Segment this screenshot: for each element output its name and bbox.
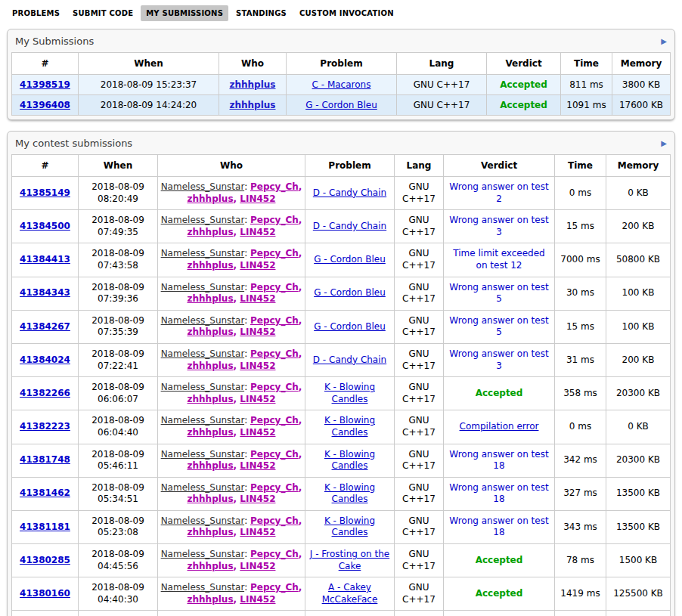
- cell-id: 41382223: [12, 410, 79, 444]
- problem-link[interactable]: K - Blowing Candles: [324, 415, 375, 438]
- member-handle-link[interactable]: Pepcy_Ch: [250, 582, 299, 593]
- member-handle-link[interactable]: zhhhplus: [188, 293, 234, 304]
- cell-memory: 100 KB: [606, 277, 671, 310]
- expand-arrow-icon[interactable]: ▶: [661, 140, 667, 147]
- problem-link[interactable]: K - Blowing Candles: [324, 449, 375, 472]
- problem-link[interactable]: J - Frosting on the Cake: [310, 549, 389, 571]
- submission-id-link[interactable]: 41381462: [20, 488, 70, 498]
- colon-separator: :: [244, 382, 250, 392]
- member-handle-link[interactable]: zhhhplus: [188, 460, 234, 471]
- team-link[interactable]: Nameless_Sunstar: [161, 348, 244, 359]
- submission-id-link[interactable]: 41384267: [20, 321, 70, 332]
- problem-link[interactable]: G - Cordon Bleu: [314, 254, 386, 265]
- problem-link[interactable]: G - Cordon Bleu: [314, 321, 386, 332]
- member-handle-link[interactable]: Pepcy_Ch: [250, 415, 299, 426]
- member-handle-link[interactable]: Pepcy_Ch: [250, 315, 299, 326]
- problem-link[interactable]: D - Candy Chain: [313, 187, 386, 198]
- problem-link[interactable]: G - Cordon Bleu: [305, 100, 377, 110]
- submission-id-link[interactable]: 41384413: [20, 254, 70, 265]
- member-handle-link[interactable]: LIN452: [240, 361, 275, 371]
- submission-id-link[interactable]: 41382266: [20, 388, 70, 398]
- member-handle-link[interactable]: zhhhplus: [188, 427, 234, 438]
- member-handle-link[interactable]: LIN452: [240, 527, 275, 537]
- team-link[interactable]: Nameless_Sunstar: [161, 248, 244, 258]
- when-text: 2018-08-09 07:43:58: [91, 248, 144, 271]
- member-handle-link[interactable]: Pepcy_Ch: [250, 282, 299, 293]
- member-handle-link[interactable]: zhhhplus: [188, 527, 234, 537]
- problem-link[interactable]: K - Blowing Candles: [324, 515, 375, 538]
- member-handle-link[interactable]: LIN452: [240, 193, 275, 204]
- team-link[interactable]: Nameless_Sunstar: [161, 382, 244, 392]
- member-handle-link[interactable]: Pepcy_Ch: [250, 449, 299, 460]
- user-handle-link[interactable]: zhhhplus: [229, 100, 275, 110]
- member-handle-link[interactable]: zhhhplus: [188, 361, 234, 371]
- member-handle-link[interactable]: LIN452: [240, 260, 275, 271]
- member-handle-link[interactable]: LIN452: [240, 594, 275, 605]
- team-link[interactable]: Nameless_Sunstar: [161, 215, 244, 225]
- member-handle-link[interactable]: LIN452: [240, 327, 275, 337]
- team-link[interactable]: Nameless_Sunstar: [161, 515, 244, 526]
- submission-id-link[interactable]: 41380160: [20, 588, 70, 599]
- member-handle-link[interactable]: LIN452: [240, 427, 275, 438]
- member-handle-link[interactable]: LIN452: [240, 394, 275, 404]
- tab-my-submissions[interactable]: MY SUBMISSIONS: [141, 5, 228, 21]
- user-handle-link[interactable]: zhhhplus: [229, 79, 275, 90]
- tab-standings[interactable]: STANDINGS: [231, 5, 292, 21]
- time-text: 342 ms: [563, 454, 597, 465]
- team-link[interactable]: Nameless_Sunstar: [161, 315, 244, 326]
- member-handle-link[interactable]: LIN452: [240, 460, 275, 471]
- member-handle-link[interactable]: LIN452: [240, 561, 275, 571]
- tab-custom-invocation[interactable]: CUSTOM INVOCATION: [294, 5, 399, 21]
- team-link[interactable]: Nameless_Sunstar: [161, 582, 244, 593]
- submission-id-link[interactable]: 41384024: [20, 354, 70, 365]
- tab-problems[interactable]: PROBLEMS: [7, 5, 65, 21]
- member-handle-link[interactable]: LIN452: [240, 227, 275, 237]
- problem-link[interactable]: D - Candy Chain: [313, 354, 386, 365]
- verdict-link[interactable]: Compilation error: [460, 421, 539, 432]
- member-handle-link[interactable]: zhhhplus: [188, 193, 234, 204]
- problem-link[interactable]: D - Candy Chain: [313, 221, 386, 231]
- team-link[interactable]: Nameless_Sunstar: [161, 181, 244, 192]
- member-handle-link[interactable]: Pepcy_Ch: [250, 248, 299, 258]
- team-link[interactable]: Nameless_Sunstar: [161, 415, 244, 426]
- team-link[interactable]: Nameless_Sunstar: [161, 449, 244, 460]
- contest_submissions-tbody: 413851492018-08-09 08:20:49Nameless_Suns…: [12, 177, 671, 616]
- problem-link[interactable]: C - Macarons: [312, 79, 371, 90]
- problem-link[interactable]: G - Cordon Bleu: [314, 287, 386, 298]
- submission-id-link[interactable]: 41381748: [20, 454, 70, 465]
- member-handle-link[interactable]: Pepcy_Ch: [250, 215, 299, 225]
- member-handle-link[interactable]: zhhhplus: [188, 260, 234, 271]
- problem-link[interactable]: K - Blowing Candles: [324, 482, 375, 505]
- team-link[interactable]: Nameless_Sunstar: [161, 549, 244, 559]
- problem-link[interactable]: K - Blowing Candles: [324, 382, 375, 404]
- member-handle-link[interactable]: LIN452: [240, 293, 275, 304]
- submission-id-link[interactable]: 41380285: [20, 555, 70, 565]
- member-handle-link[interactable]: zhhhplus: [188, 494, 234, 504]
- member-handle-link[interactable]: zhhhplus: [188, 394, 234, 404]
- member-handle-link[interactable]: LIN452: [240, 494, 275, 504]
- submission-id-link[interactable]: 41382223: [20, 421, 70, 432]
- submission-id-link[interactable]: 41398519: [20, 79, 70, 90]
- member-handle-link[interactable]: Pepcy_Ch: [250, 549, 299, 559]
- tab-submit-code[interactable]: SUBMIT CODE: [67, 5, 138, 21]
- expand-arrow-icon[interactable]: ▶: [661, 38, 667, 45]
- member-handle-link[interactable]: Pepcy_Ch: [250, 482, 299, 493]
- verdict-text: Time limit exceeded on test 12: [453, 248, 544, 271]
- problem-link[interactable]: A - Cakey McCakeFace: [322, 582, 378, 605]
- member-handle-link[interactable]: Pepcy_Ch: [250, 382, 299, 392]
- member-handle-link[interactable]: zhhhplus: [188, 227, 234, 237]
- team-link[interactable]: Nameless_Sunstar: [161, 282, 244, 293]
- member-handle-link[interactable]: Pepcy_Ch: [250, 348, 299, 359]
- member-handle-link[interactable]: Pepcy_Ch: [250, 181, 299, 192]
- submission-id-link[interactable]: 41384343: [20, 287, 70, 298]
- team-link[interactable]: Nameless_Sunstar: [161, 482, 244, 493]
- submission-id-link[interactable]: 41384500: [20, 221, 70, 231]
- member-handle-link[interactable]: zhhhplus: [188, 561, 234, 571]
- submission-id-link[interactable]: 41396408: [20, 100, 70, 110]
- member-handle-link[interactable]: zhhhplus: [188, 327, 234, 337]
- submission-id-link[interactable]: 41381181: [20, 522, 70, 532]
- submission-id-link[interactable]: 41385149: [20, 187, 70, 198]
- member-handle-link[interactable]: zhhhplus: [188, 594, 234, 605]
- cell-when: 2018-08-09 07:39:36: [79, 277, 158, 310]
- member-handle-link[interactable]: Pepcy_Ch: [250, 515, 299, 526]
